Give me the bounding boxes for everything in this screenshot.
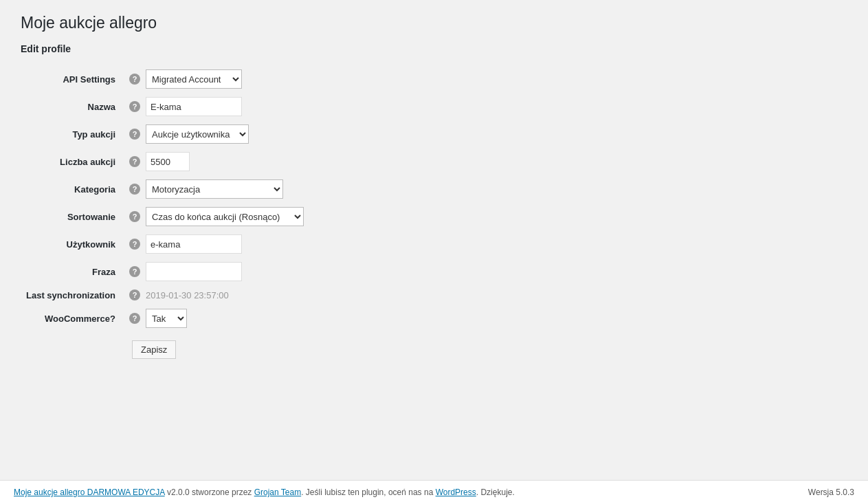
fraza-label: Fraza (92, 267, 115, 277)
footer-link3[interactable]: WordPress (436, 487, 476, 497)
section-title: Edit profile (21, 43, 847, 54)
kategoria-field: ? Motoryzacja Elektronika Dom i ogród (126, 179, 304, 199)
save-button[interactable]: Zapisz (132, 340, 176, 359)
footer-text: Moje aukcje allegro DARMOWA EDYCJA v2.0.… (14, 487, 515, 497)
uzytkownik-field: ? (126, 234, 304, 254)
woocommerce-label: WooCommerce? (45, 314, 115, 324)
footer-end: . Dziękuje. (476, 487, 515, 497)
last-sync-value: 2019-01-30 23:57:00 (146, 290, 229, 300)
footer-after-link2: . Jeśli lubisz ten plugin, oceń nas na (301, 487, 435, 497)
woocommerce-field: ? Tak Nie (126, 309, 304, 328)
last-sync-label: Last synchronization (26, 290, 115, 300)
last-sync-help-icon[interactable]: ? (129, 289, 140, 300)
uzytkownik-label: Użytkownik (67, 239, 116, 250)
footer-link2[interactable]: Grojan Team (254, 487, 301, 497)
liczba-aukcji-input[interactable] (146, 152, 190, 171)
uzytkownik-input[interactable] (146, 234, 242, 254)
footer: Moje aukcje allegro DARMOWA EDYCJA v2.0.… (0, 480, 868, 504)
kategoria-select[interactable]: Motoryzacja Elektronika Dom i ogród (146, 179, 283, 199)
api-settings-label: API Settings (63, 74, 115, 85)
nazwa-input[interactable] (146, 97, 242, 116)
api-settings-select[interactable]: Migrated Account Other Account (146, 69, 242, 89)
typ-aukcji-label: Typ aukcji (72, 129, 115, 140)
version-text: Wersja 5.0.3 (808, 487, 854, 497)
nazwa-label: Nazwa (88, 102, 115, 112)
woocommerce-select[interactable]: Tak Nie (146, 309, 187, 328)
nazwa-help-icon[interactable]: ? (129, 101, 140, 112)
footer-middle: v2.0.0 stworzone przez (165, 487, 254, 497)
sortowanie-field: ? Czas do końca aukcji (Rosnąco) Cena (R… (126, 207, 304, 226)
fraza-field: ? (126, 262, 304, 281)
footer-link1[interactable]: Moje aukcje allegro DARMOWA EDYCJA (14, 487, 165, 497)
page-title: Moje aukcje allegro (21, 14, 847, 32)
api-settings-field: ? Migrated Account Other Account (126, 69, 304, 89)
liczba-aukcji-field: ? (126, 152, 304, 171)
sortowanie-select[interactable]: Czas do końca aukcji (Rosnąco) Cena (Ros… (146, 207, 304, 226)
uzytkownik-help-icon[interactable]: ? (129, 239, 140, 250)
sortowanie-help-icon[interactable]: ? (129, 211, 140, 222)
typ-aukcji-help-icon[interactable]: ? (129, 129, 140, 140)
liczba-aukcji-label: Liczba aukcji (60, 157, 115, 167)
api-settings-help-icon[interactable]: ? (129, 74, 140, 85)
profile-form: API Settings ? Migrated Account Other Ac… (21, 65, 309, 363)
nazwa-field: ? (126, 97, 304, 116)
last-sync-field: ? 2019-01-30 23:57:00 (126, 289, 304, 300)
woocommerce-help-icon[interactable]: ? (129, 313, 140, 324)
kategoria-help-icon[interactable]: ? (129, 184, 140, 195)
fraza-help-icon[interactable]: ? (129, 266, 140, 277)
typ-aukcji-field: ? Aukcje użytkownika Kup teraz Wszystkie (126, 124, 304, 144)
fraza-input[interactable] (146, 262, 242, 281)
sortowanie-label: Sortowanie (67, 212, 115, 222)
kategoria-label: Kategoria (74, 184, 115, 195)
liczba-aukcji-help-icon[interactable]: ? (129, 156, 140, 167)
typ-aukcji-select[interactable]: Aukcje użytkownika Kup teraz Wszystkie (146, 124, 249, 144)
liczba-aukcji-wrap (146, 152, 190, 171)
